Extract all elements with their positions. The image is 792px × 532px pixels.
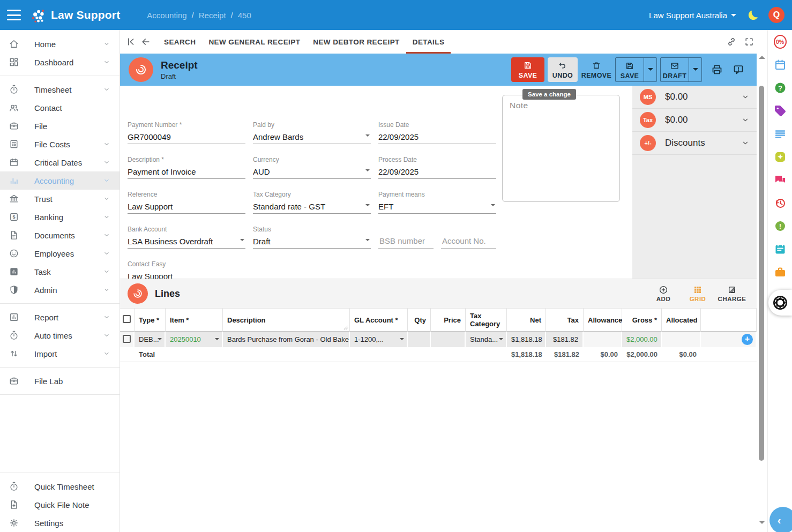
briefcase-icon[interactable] (774, 266, 787, 279)
breadcrumb-item[interactable]: Accounting (147, 11, 186, 20)
print-icon[interactable] (711, 63, 723, 76)
tab-new-debtor-receipt[interactable]: NEW DEBTOR RECEIPT (307, 30, 406, 54)
sidebar-item-accounting[interactable]: Accounting (0, 171, 119, 190)
grid-view-button[interactable]: GRID (683, 285, 713, 302)
sidebar-item-home[interactable]: Home (0, 35, 119, 53)
col-type[interactable]: Type * (135, 308, 166, 332)
sidebar-item-documents[interactable]: Documents (0, 226, 119, 244)
col-allowance[interactable]: Allowance (584, 308, 622, 332)
sidebar-item-contact[interactable]: Contact (0, 99, 119, 117)
tax-summary-row[interactable]: Tax $0.00 (632, 109, 757, 132)
col-tax[interactable]: Tax (546, 308, 584, 332)
save-menu-dropdown[interactable] (644, 58, 656, 81)
gross-cell[interactable]: $2,000.00 (622, 332, 662, 347)
save-menu-button[interactable]: SAVE (616, 58, 644, 83)
discounts-summary-row[interactable]: +/- Discounts (632, 132, 757, 155)
col-tax-category[interactable]: Tax Category (466, 308, 507, 332)
discount-percent-icon[interactable]: 0% (774, 35, 787, 48)
col-gl-account[interactable]: GL Account * (350, 308, 408, 332)
tag-icon[interactable] (774, 104, 787, 117)
sidebar-item-auto-times[interactable]: Auto times (0, 326, 119, 344)
sidebar-item-quick-timesheet[interactable]: Quick Timesheet (0, 477, 119, 496)
sparkle-badge-icon[interactable] (774, 151, 787, 163)
bank-account-select[interactable]: Bank Account LSA Business Overdraft (128, 226, 245, 249)
tenant-selector[interactable]: Law Support Australia (649, 11, 736, 20)
help-icon[interactable]: ? (774, 81, 787, 94)
qty-cell[interactable] (408, 332, 431, 347)
resize-handle-icon[interactable] (343, 325, 348, 330)
col-net[interactable]: Net (507, 308, 546, 332)
sidebar-item-critical-dates[interactable]: Critical Dates (0, 153, 119, 171)
payment-number-field[interactable]: Payment Number * GR7000049 (128, 121, 245, 144)
link-icon[interactable] (726, 36, 737, 47)
select-all-checkbox[interactable] (123, 315, 131, 323)
draft-menu-button[interactable]: DRAFT (661, 58, 689, 83)
save-button[interactable]: SAVE (511, 57, 544, 82)
back-arrow-icon[interactable] (140, 36, 151, 47)
net-cell[interactable]: $1,818.18 (507, 332, 546, 347)
breadcrumb-item[interactable]: Receipt (199, 11, 226, 20)
add-row-button[interactable]: + (742, 334, 753, 345)
sidebar-item-admin[interactable]: Admin (0, 281, 119, 299)
paid-by-select[interactable]: Paid by Andrew Bards (253, 121, 371, 144)
note-textarea[interactable] (502, 95, 620, 202)
sidebar-item-task[interactable]: Task (0, 263, 119, 281)
collapse-panel-button[interactable]: ‹ (769, 507, 792, 532)
tab-new-general-receipt[interactable]: NEW GENERAL RECEIPT (202, 30, 307, 54)
undo-button[interactable]: UNDO (548, 57, 578, 82)
notebook-icon[interactable] (774, 243, 787, 256)
feedback-comment-icon[interactable] (732, 63, 745, 76)
allocated-cell[interactable] (662, 332, 701, 347)
history-clock-icon[interactable] (774, 197, 787, 209)
sidebar-item-import[interactable]: Import (0, 344, 119, 363)
col-item[interactable]: Item * (166, 308, 223, 332)
charge-button[interactable]: CHARGE (717, 285, 747, 302)
matter-summary-row[interactable]: MS $0.00 (632, 86, 757, 109)
issue-date-field[interactable]: Issue Date 22/09/2025 (378, 121, 496, 144)
sidebar-item-report[interactable]: Report (0, 308, 119, 326)
gl-account-cell[interactable]: 1-1200,... (350, 332, 408, 347)
hamburger-menu-icon[interactable] (7, 10, 21, 20)
row-checkbox[interactable] (123, 335, 131, 343)
breadcrumb-item[interactable]: 450 (238, 11, 251, 20)
add-line-button[interactable]: ADD (648, 285, 678, 302)
sidebar-item-settings[interactable]: Settings (0, 514, 119, 532)
description-field[interactable]: Description * Payment of Invoice (128, 156, 245, 179)
col-allocated[interactable]: Allocated (662, 308, 701, 332)
bsb-number-input[interactable] (378, 236, 434, 246)
price-cell[interactable] (431, 332, 466, 347)
type-cell[interactable]: DEB... (135, 332, 166, 347)
payment-means-select[interactable]: Payment means EFT (378, 191, 496, 214)
go-first-icon[interactable] (125, 36, 136, 47)
tax-category-select[interactable]: Tax Category Standard rate - GST (253, 191, 371, 214)
knot-logo-button[interactable] (768, 290, 792, 316)
allowance-cell[interactable] (584, 332, 622, 347)
sidebar-item-file-lab[interactable]: File Lab (0, 372, 119, 390)
sidebar-item-banking[interactable]: $ Banking (0, 208, 119, 226)
draft-menu-dropdown[interactable] (689, 58, 701, 81)
status-select[interactable]: Status Draft (253, 226, 371, 249)
scrollbar-thumb[interactable] (759, 86, 764, 461)
brand-logo[interactable]: Law Support (29, 6, 120, 24)
remove-button[interactable]: REMOVE (581, 57, 612, 82)
fullscreen-icon[interactable] (744, 36, 754, 47)
process-date-field[interactable]: Process Date 22/09/2025 (378, 156, 496, 179)
tab-details[interactable]: DETAILS (406, 30, 451, 54)
col-qty[interactable]: Qty (408, 308, 431, 332)
sidebar-item-dashboard[interactable]: Dashboard (0, 53, 119, 71)
item-cell[interactable]: 20250010 (166, 332, 223, 347)
scroll-down-arrow-icon[interactable] (759, 521, 765, 524)
account-no-input[interactable] (441, 236, 496, 246)
sidebar-item-trust[interactable]: Trust (0, 190, 119, 208)
col-description[interactable]: Description (223, 308, 350, 332)
notes-lines-icon[interactable] (774, 128, 787, 140)
sidebar-item-file[interactable]: File (0, 117, 119, 135)
user-avatar[interactable]: Q (768, 7, 784, 23)
tax-category-cell[interactable]: Standa... (466, 332, 507, 347)
dark-mode-moon-icon[interactable] (746, 9, 759, 21)
sidebar-item-timesheet[interactable]: Timesheet (0, 80, 119, 99)
col-price[interactable]: Price (431, 308, 466, 332)
scroll-up-arrow-icon[interactable] (759, 56, 765, 59)
currency-select[interactable]: Currency AUD (253, 156, 371, 179)
tax-cell[interactable]: $181.82 (546, 332, 584, 347)
